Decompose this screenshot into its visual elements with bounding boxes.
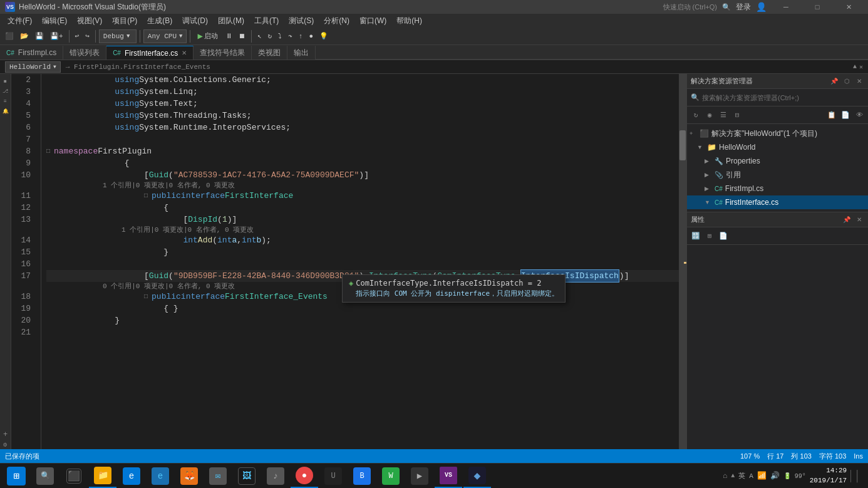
toolbar-stepout[interactable]: ↑ <box>296 29 306 43</box>
menu-view[interactable]: 视图(V) <box>72 14 107 28</box>
tray-show-desktop[interactable]: │ <box>850 470 860 482</box>
login-button[interactable]: 登录 <box>736 2 751 13</box>
taskbar-file-explorer[interactable]: 📁 <box>89 464 116 488</box>
taskbar-groove[interactable]: ♪ <box>262 464 289 488</box>
solution-search-input[interactable] <box>702 94 864 101</box>
toolbar-pause[interactable]: ⏸ <box>223 29 235 43</box>
menu-window[interactable]: 窗口(W) <box>354 14 391 28</box>
tray-lang-icon[interactable]: 英 <box>738 471 745 480</box>
toolbar-stepinto[interactable]: ⤵ <box>276 29 284 43</box>
solution-icon-se: ⬛ <box>700 129 709 138</box>
panel-close-button[interactable]: ✕ <box>854 76 864 86</box>
toolbar-expts[interactable]: 💡 <box>317 29 331 43</box>
scrollbar-thumb[interactable] <box>679 130 686 160</box>
toolbar-new[interactable]: ⬛ <box>3 29 16 43</box>
tray-chevron[interactable]: ▲ <box>731 472 735 479</box>
settings-icon[interactable]: ⚙ <box>1 440 10 449</box>
minimize-button[interactable]: ─ <box>772 0 800 14</box>
se-btn-refresh[interactable]: ↻ <box>690 109 702 122</box>
solution-icon[interactable]: ■ <box>1 76 10 85</box>
menu-analyze[interactable]: 分析(N) <box>319 14 354 28</box>
se-btn-showfile[interactable]: 📄 <box>839 109 852 122</box>
toolbar-stop[interactable]: ⏹ <box>236 29 248 43</box>
line-num-20: 20 <box>11 314 36 326</box>
taskbar-photos[interactable]: 🖼 <box>233 464 261 488</box>
git-icon[interactable]: ⎇ <box>1 86 10 95</box>
menu-help[interactable]: 帮助(H) <box>391 14 427 28</box>
editor-scrollbar[interactable] <box>679 74 686 449</box>
notification-icon[interactable]: 🔔 <box>1 106 10 115</box>
tab-firstinterface[interactable]: C# FirstInterface.cs ✕ <box>106 46 194 60</box>
window-title: HelloWorld - Microsoft Visual Studio(管理员… <box>19 2 166 13</box>
taskbar-diamond-app[interactable]: ◆ <box>463 464 491 488</box>
project-dropdown[interactable]: HelloWorld ▼ <box>5 61 61 73</box>
se-solution-root[interactable]: + ⬛ 解决方案"HelloWorld"(1 个项目) <box>687 127 868 140</box>
panel-pin-button[interactable]: 📌 <box>829 76 839 86</box>
se-btn-filter[interactable]: ☰ <box>717 109 730 122</box>
menu-team[interactable]: 团队(M) <box>213 14 249 28</box>
u-app-icon: U <box>324 467 342 485</box>
taskbar-play-app[interactable]: ▶ <box>406 464 433 488</box>
taskbar-ie[interactable]: e <box>147 464 174 488</box>
se-helloworld[interactable]: ▼ 📁 HelloWorld <box>687 140 868 154</box>
toolbar-saveall[interactable]: 💾+ <box>48 29 66 43</box>
se-btn-collapseall[interactable]: ⊟ <box>731 109 743 122</box>
toolbar-bp[interactable]: ● <box>306 29 316 43</box>
tab-firstimpl[interactable]: C# FirstImpl.cs <box>0 46 63 60</box>
se-btn-view[interactable]: 👁 <box>853 109 865 122</box>
taskbar-task-view[interactable]: ⬛ <box>60 464 88 488</box>
prop-pages[interactable]: 📄 <box>717 230 730 242</box>
toolbar-stepover[interactable]: ↷ <box>286 29 295 43</box>
se-btn-pending[interactable]: ◉ <box>703 109 716 122</box>
menu-tools[interactable]: 工具(T) <box>249 14 284 28</box>
add-icon[interactable]: + <box>1 430 10 439</box>
menu-build[interactable]: 生成(B) <box>142 14 177 28</box>
toolbar-attach[interactable]: ↖ <box>255 29 264 43</box>
tab-findsymbol[interactable]: 查找符号结果 <box>194 46 252 60</box>
toolbar-undo[interactable]: ↩ <box>73 29 82 43</box>
menu-file[interactable]: 文件(F) <box>3 14 37 28</box>
taskbar-blue-app[interactable]: B <box>348 464 376 488</box>
start-button[interactable]: ▶ 启动 <box>194 29 221 43</box>
debug-mode-dropdown[interactable]: Debug ▼ <box>99 29 137 43</box>
menu-project[interactable]: 项目(P) <box>107 14 142 28</box>
menu-debug[interactable]: 调试(D) <box>177 14 213 28</box>
se-properties[interactable]: ▶ 🔧 Properties <box>687 154 868 168</box>
taskbar-u-app[interactable]: U <box>319 464 347 488</box>
tab-close-button[interactable]: ✕ <box>182 49 187 56</box>
taskbar-edge[interactable]: e <box>118 464 145 488</box>
tray-volume-icon: 🔊 <box>770 471 780 480</box>
tab-errorlist[interactable]: 错误列表 <box>63 46 106 60</box>
prop-close-button[interactable]: ✕ <box>854 215 864 225</box>
menu-edit[interactable]: 编辑(E) <box>37 14 72 28</box>
taskbar-vs[interactable]: VS <box>435 464 462 488</box>
diamond-app-icon: ◆ <box>468 467 486 484</box>
tab-classview[interactable]: 类视图 <box>252 46 287 60</box>
tab-output[interactable]: 输出 <box>287 46 316 60</box>
panel-move-button[interactable]: ⬡ <box>842 76 852 86</box>
prop-pin-button[interactable]: 📌 <box>842 215 852 225</box>
prop-sort-cat[interactable]: ⊞ <box>703 230 716 242</box>
taskbar-start[interactable]: ⊞ <box>3 464 30 488</box>
tray-clock[interactable]: 14:29 2019/1/17 <box>810 466 847 485</box>
taskbar-w-app[interactable]: W <box>377 464 405 488</box>
taskbar-cortana[interactable]: 🔍 <box>31 464 59 488</box>
se-btn-props[interactable]: 📋 <box>825 109 838 122</box>
toolbar-open[interactable]: 📂 <box>18 29 31 43</box>
close-button[interactable]: ✕ <box>834 0 863 14</box>
toolbar-redo[interactable]: ↪ <box>83 29 92 43</box>
taskbar-mail[interactable]: ✉ <box>204 464 232 488</box>
outline-icon[interactable]: ≡ <box>1 96 10 105</box>
taskbar-red-app[interactable]: ● <box>291 464 318 488</box>
se-firstinterface[interactable]: ▼ C# FirstInterface.cs <box>687 195 868 209</box>
toolbar-save[interactable]: 💾 <box>33 29 46 43</box>
prop-sort-alpha[interactable]: 🔡 <box>690 230 702 242</box>
tray-ime-icon[interactable]: A <box>749 472 753 480</box>
toolbar-restart[interactable]: ↻ <box>266 29 275 43</box>
se-firstimpl[interactable]: ▶ C# FirstImpl.cs <box>687 182 868 195</box>
platform-dropdown[interactable]: Any CPU ▼ <box>143 29 187 43</box>
maximize-button[interactable]: □ <box>803 0 832 14</box>
menu-test[interactable]: 测试(S) <box>284 14 319 28</box>
taskbar-firefox[interactable]: 🦊 <box>175 464 203 488</box>
se-references[interactable]: ▶ 📎 引用 <box>687 168 868 182</box>
